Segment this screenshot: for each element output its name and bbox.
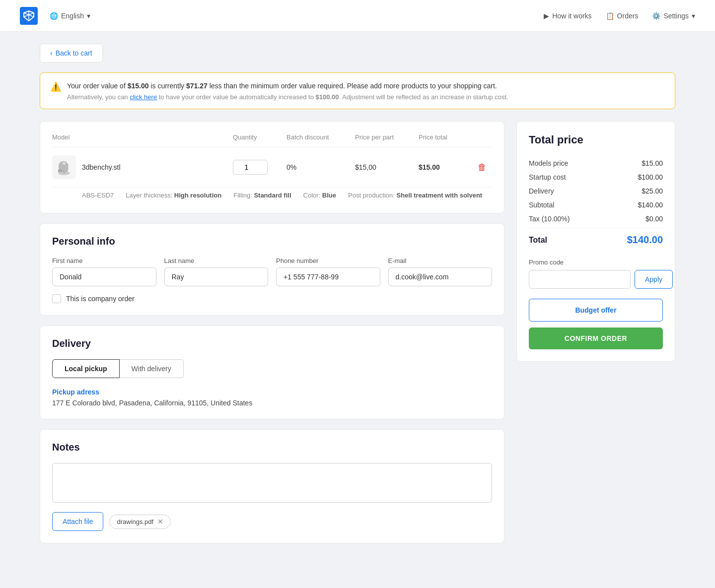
spec-layer: Layer thickness: High resolution [126, 192, 221, 199]
price-total: $15.00 [419, 163, 468, 171]
pickup-address-value: 177 E Colorado blvd, Pasadena, Californi… [52, 399, 492, 407]
quantity-input[interactable] [233, 160, 268, 175]
table-row: 3dbenchy.stl 0% $15,00 $15.00 🗑 [52, 147, 492, 188]
model-specs: ABS-ESD7 Layer thickness: High resolutio… [52, 188, 492, 201]
apply-promo-button[interactable]: Apply [635, 270, 673, 289]
svg-rect-2 [58, 169, 62, 172]
warning-banner: ⚠️ Your order value of $15.00 is current… [40, 72, 675, 109]
nav-how-it-works[interactable]: ▶ How it works [544, 12, 591, 20]
price-summary-card: Total price Models price $15.00 Startup … [516, 121, 675, 362]
last-name-input[interactable] [164, 267, 269, 286]
nav-orders[interactable]: 📋 Orders [606, 12, 639, 20]
spec-color: Color: Blue [303, 192, 336, 199]
warning-sub-text: Alternatively, you can click here to hav… [67, 93, 508, 101]
confirm-order-button[interactable]: CONFIRM ORDER [529, 327, 663, 349]
language-selector[interactable]: 🌐 English ▾ [50, 12, 90, 20]
last-name-group: Last name [164, 257, 269, 286]
promo-label: Promo code [529, 259, 663, 266]
logo[interactable] [20, 7, 38, 25]
first-name-input[interactable] [52, 267, 156, 286]
notes-textarea[interactable] [52, 463, 492, 503]
header: 🌐 English ▾ ▶ How it works 📋 Orders ⚙️ S… [0, 0, 715, 32]
promo-row: Apply [529, 270, 663, 289]
content-grid: Model Quantity Batch discount Price per … [40, 121, 675, 543]
main-content: ‹ Back to cart ⚠️ Your order value of $1… [20, 32, 695, 555]
header-left: 🌐 English ▾ [20, 7, 90, 25]
svg-point-3 [63, 162, 66, 165]
company-order-label: This is company order [66, 295, 135, 303]
warning-icon: ⚠️ [50, 81, 61, 92]
company-order-checkbox[interactable] [52, 294, 61, 303]
spec-material: ABS-ESD7 [82, 192, 114, 199]
quantity-cell [233, 160, 283, 175]
last-name-label: Last name [164, 257, 269, 264]
first-name-label: First name [52, 257, 156, 264]
company-order-row[interactable]: This is company order [52, 294, 492, 303]
play-circle-icon: ▶ [544, 12, 549, 20]
chevron-left-icon: ‹ [50, 49, 53, 57]
back-to-cart-button[interactable]: ‹ Back to cart [40, 44, 103, 63]
pickup-info: Pickup adress 177 E Colorado blvd, Pasad… [52, 388, 492, 407]
subtotal-row: Subtotal $140.00 [529, 198, 663, 212]
action-buttons: Budget offer CONFIRM ORDER [529, 299, 663, 349]
phone-label: Phone number [276, 257, 380, 264]
total-price-title: Total price [529, 133, 663, 146]
price-per-part: $15,00 [355, 163, 415, 171]
attach-file-button[interactable]: Attach file [52, 512, 103, 531]
delete-row-button[interactable]: 🗑 [472, 162, 492, 173]
tax-row: Tax (10.00%) $0.00 [529, 212, 663, 226]
notes-actions: Attach file drawings.pdf ✕ [52, 512, 492, 531]
file-name: drawings.pdf [117, 518, 153, 525]
promo-code-input[interactable] [529, 270, 631, 289]
remove-file-button[interactable]: ✕ [157, 518, 163, 525]
chevron-down-icon: ▾ [692, 12, 695, 20]
first-name-group: First name [52, 257, 156, 286]
chevron-down-icon: ▾ [87, 12, 90, 20]
notes-title: Notes [52, 442, 492, 453]
model-table-header: Model Quantity Batch discount Price per … [52, 133, 492, 147]
phone-input[interactable] [276, 267, 380, 286]
warning-main-text: Your order value of $15.00 is currently … [67, 81, 508, 91]
header-nav: ▶ How it works 📋 Orders ⚙️ Settings ▾ [544, 12, 695, 20]
with-delivery-tab[interactable]: With delivery [120, 359, 184, 378]
click-here-link[interactable]: click here [130, 93, 157, 101]
gear-icon: ⚙️ [652, 12, 660, 20]
personal-info-form: First name Last name Phone number E-mail [52, 257, 492, 286]
local-pickup-tab[interactable]: Local pickup [52, 359, 120, 378]
notes-card: Notes Attach file drawings.pdf ✕ [40, 429, 504, 543]
batch-discount: 0% [286, 163, 351, 171]
delivery-cost-row: Delivery $25.00 [529, 184, 663, 198]
total-row: Total $140.00 [529, 228, 663, 249]
email-input[interactable] [388, 267, 493, 286]
attached-file-chip: drawings.pdf ✕ [109, 515, 171, 529]
model-name: 3dbenchy.stl [82, 163, 121, 171]
startup-cost-row: Startup cost $100.00 [529, 170, 663, 184]
model-table-card: Model Quantity Batch discount Price per … [40, 121, 504, 213]
language-label: English [61, 12, 84, 20]
pickup-address-label: Pickup adress [52, 388, 492, 396]
budget-offer-button[interactable]: Budget offer [529, 299, 663, 322]
warning-content: Your order value of $15.00 is currently … [67, 81, 508, 101]
phone-group: Phone number [276, 257, 380, 286]
email-group: E-mail [388, 257, 493, 286]
nav-settings[interactable]: ⚙️ Settings ▾ [652, 12, 695, 20]
delivery-tabs: Local pickup With delivery [52, 359, 492, 378]
spec-filling: Filling: Standard fill [233, 192, 291, 199]
model-info: 3dbenchy.stl [52, 155, 229, 179]
promo-section: Promo code Apply [529, 259, 663, 289]
model-thumbnail [52, 155, 76, 179]
clipboard-icon: 📋 [606, 12, 614, 20]
globe-icon: 🌐 [50, 12, 58, 20]
left-column: Model Quantity Batch discount Price per … [40, 121, 504, 543]
delivery-card: Delivery Local pickup With delivery Pick… [40, 326, 504, 419]
spec-post-production: Post production: Shell treatment with so… [348, 192, 482, 199]
email-label: E-mail [388, 257, 493, 264]
delivery-title: Delivery [52, 338, 492, 349]
personal-info-title: Personal info [52, 236, 492, 247]
personal-info-card: Personal info First name Last name Phone… [40, 223, 504, 316]
models-price-row: Models price $15.00 [529, 156, 663, 170]
